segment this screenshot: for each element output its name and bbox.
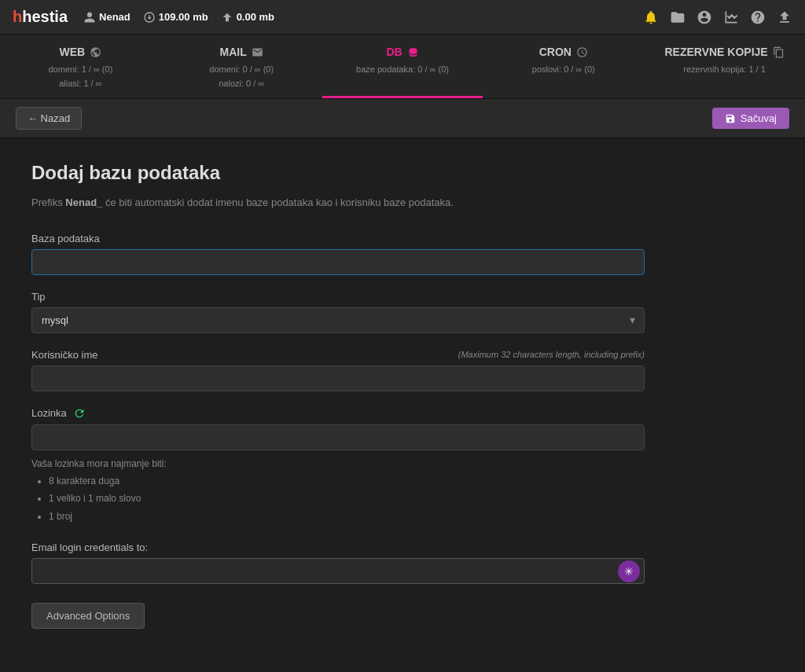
topnav: hhestia Nenad 109.00 mb 0.00 mb — [0, 0, 805, 35]
folder-icon[interactable] — [670, 9, 686, 25]
email-label: Email login credentials to: — [31, 542, 645, 553]
db-label: Baza podataka — [31, 233, 645, 244]
type-select[interactable]: mysql postgresql — [31, 307, 645, 333]
db-input[interactable] — [31, 249, 645, 275]
type-label: Tip — [31, 291, 645, 303]
password-group: Lozinka Vaša lozinka mora najmanje biti:… — [31, 407, 645, 526]
user-icon — [83, 11, 96, 24]
account-icon[interactable] — [697, 9, 712, 25]
db-icon — [407, 46, 419, 58]
disk-info: 109.00 mb — [143, 11, 208, 24]
bandwidth-icon — [221, 11, 233, 24]
form-subtitle: Prefiks Nenad_ će biti automatski dodat … — [31, 195, 645, 211]
stat-mail[interactable]: MAIL domeni: 0 / ∞ (0)nalozi: 0 / ∞ — [161, 35, 322, 98]
email-asterisk-button[interactable]: ✳ — [618, 560, 640, 582]
mail-icon — [252, 46, 263, 58]
save-button[interactable]: Sačuvaj — [712, 108, 789, 129]
user-info: Nenad — [83, 11, 130, 24]
chart-icon[interactable] — [723, 9, 739, 25]
disk-icon — [143, 11, 156, 24]
username-input[interactable] — [31, 365, 645, 391]
refresh-icon[interactable] — [73, 407, 86, 420]
save-icon — [725, 113, 736, 124]
advanced-options-button[interactable]: Advanced Options — [31, 603, 145, 629]
bandwidth-info: 0.00 mb — [221, 11, 274, 24]
back-button[interactable]: ← Nazad — [16, 107, 82, 130]
main-content: Dodaj bazu podataka Prefiks Nenad_ će bi… — [0, 138, 676, 652]
backup-icon — [773, 46, 785, 58]
stat-cron[interactable]: CRON poslovi: 0 / ∞ (0) — [483, 35, 644, 98]
bell-icon[interactable] — [643, 9, 659, 25]
username-group: Korisničko ime (Maximum 32 characters le… — [31, 349, 645, 391]
password-label: Lozinka — [31, 407, 67, 419]
stats-bar: WEB domeni: 1 / ∞ (0)aliasi: 1 / ∞ MAIL … — [0, 35, 805, 99]
email-input-wrapper: ✳ — [31, 558, 645, 584]
email-input[interactable] — [31, 558, 645, 584]
stat-web[interactable]: WEB domeni: 1 / ∞ (0)aliasi: 1 / ∞ — [0, 35, 161, 98]
logo[interactable]: hhestia — [13, 8, 68, 26]
page-title: Dodaj bazu podataka — [31, 162, 645, 184]
toolbar: ← Nazad Sačuvaj — [0, 99, 805, 138]
stat-backup[interactable]: REZERVNE KOPIJE rezervnih kopija: 1 / 1 — [644, 35, 805, 98]
db-name-group: Baza podataka — [31, 233, 645, 275]
topnav-actions — [643, 9, 792, 25]
pw-reqs-list: 8 karaktera duga 1 veliko i 1 malo slovo… — [31, 472, 645, 526]
cron-icon — [576, 46, 588, 58]
upload-icon[interactable] — [777, 9, 792, 25]
password-requirements: Vaša lozinka mora najmanje biti: 8 karak… — [31, 458, 645, 526]
username-label: Korisničko ime — [31, 349, 98, 361]
username-hint: (Maximum 32 characters length, including… — [458, 350, 645, 359]
type-select-wrapper: mysql postgresql — [31, 307, 645, 333]
stat-db[interactable]: DB baze podataka: 0 / ∞ (0) — [322, 35, 483, 98]
type-group: Tip mysql postgresql — [31, 291, 645, 333]
help-icon[interactable] — [750, 9, 766, 25]
topnav-info: Nenad 109.00 mb 0.00 mb — [83, 11, 643, 24]
email-group: Email login credentials to: ✳ — [31, 542, 645, 584]
web-icon — [90, 46, 101, 58]
password-input[interactable] — [31, 424, 645, 450]
